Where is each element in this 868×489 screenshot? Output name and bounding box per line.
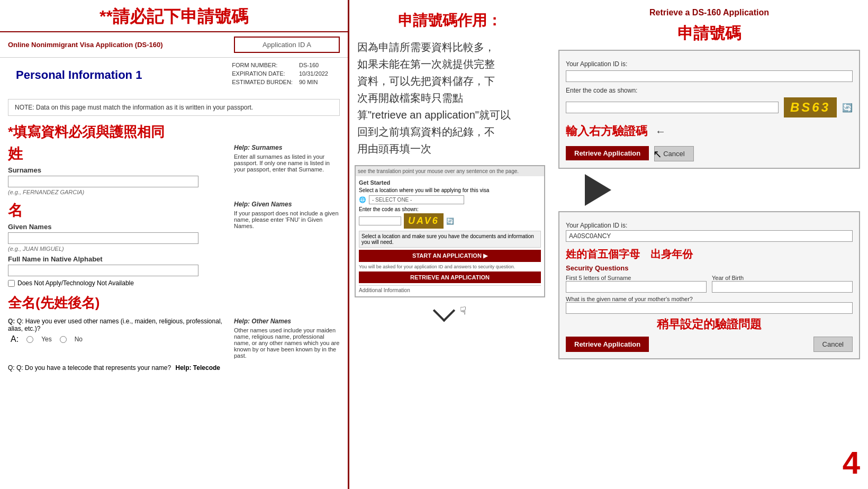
middle-panel: W 申請號碼作用： 因為申請所需要資料比較多， 如果未能在第一次就提供完整 資料… xyxy=(349,0,550,489)
given-names-input[interactable] xyxy=(8,232,198,244)
form-title: Online Nonimmigrant Visa Application (DS… xyxy=(8,41,234,49)
retrieve-form-title: Retrieve a DS-160 Application xyxy=(558,8,860,17)
help-given-title: Help: Given Names xyxy=(234,201,340,208)
surnames-hint: (e.g., FERNANDEZ GARCIA) xyxy=(8,189,229,195)
q1-text: Q: Have you ever used other names (i.e.,… xyxy=(8,318,222,332)
birth-annotation-right: 出身年份 xyxy=(650,247,693,261)
captcha-row: BS63 🔄 xyxy=(566,97,853,117)
retrieve-application-btn-mid[interactable]: RETRIEVE AN APPLICATION xyxy=(359,271,541,283)
q1-label: Q: xyxy=(8,318,15,325)
big-arrow-right xyxy=(585,174,611,206)
no-label: No xyxy=(75,336,83,343)
passport-annotation: *填寫資料必須與護照相同 xyxy=(0,120,348,141)
does-not-apply-label: Does Not Apply/Technology Not Available xyxy=(17,279,134,287)
q2-row: Q: Q: Do you have a telecode that repres… xyxy=(0,361,348,374)
app-id-label: Your Application ID is: xyxy=(566,60,853,68)
help-surnames-text: Enter all surnames as listed in your pas… xyxy=(234,153,340,173)
full-name-label: Full Name in Native Alphabet xyxy=(8,255,229,263)
bottom-annotation-row: 姓的首五個字母 出身年份 xyxy=(566,247,853,261)
refresh-icon-mid[interactable]: 🔄 xyxy=(446,218,454,225)
btn-row-2: Retrieve Application Cancel xyxy=(566,337,853,352)
retrieve-form-2: Your Application ID is: 姓的首五個字母 出身年份 Sec… xyxy=(558,211,860,359)
right-panel: Retrieve a DS-160 Application 申請號碼 Your … xyxy=(550,0,868,489)
get-started-label: Get Started xyxy=(359,179,541,186)
cursor-icon: ↖ xyxy=(653,148,662,160)
captcha-image-right: BS63 xyxy=(784,97,837,117)
select-box[interactable]: - SELECT ONE - xyxy=(369,195,464,204)
retrieve-application-button[interactable]: Retrieve Application xyxy=(566,146,649,160)
retrieve-application-button-2[interactable]: Retrieve Application xyxy=(566,337,649,352)
surname5-label: First 5 letters of Surname xyxy=(566,275,707,281)
left-panel: **請必記下申請號碼 Online Nonimmigrant Visa Appl… xyxy=(0,0,349,489)
given-hint: (e.g., JUAN MIGUEL) xyxy=(8,246,229,252)
start-application-btn[interactable]: START AN APPLICATION ▶ xyxy=(359,250,541,262)
security-row: First 5 letters of Surname Year of Birth xyxy=(566,275,853,293)
captcha-input-right[interactable] xyxy=(566,102,779,113)
birth-year-field: Year of Birth xyxy=(712,275,853,293)
section2-app-id-label: Your Application ID is: xyxy=(566,222,853,229)
code-field: Enter the code as shown: BS63 🔄 xyxy=(566,87,853,117)
app-id-input[interactable] xyxy=(566,70,853,82)
app-id-box: Application ID A xyxy=(234,37,340,53)
surname5-field: First 5 letters of Surname xyxy=(566,275,707,293)
select-location-label: Select a location where you will be appl… xyxy=(359,187,541,193)
right-annotation: 申請號碼 xyxy=(558,23,860,44)
app-id-field: Your Application ID is: xyxy=(566,60,853,84)
security-title: Security Questions xyxy=(566,264,853,272)
retrieve-btn-wrapper: Retrieve Application ↖ xyxy=(566,146,649,161)
full-name-section: Full Name in Native Alphabet Does Not Ap… xyxy=(8,255,229,287)
does-not-apply-checkbox[interactable] xyxy=(8,280,15,287)
code-annotation: 輸入右方驗證碼 xyxy=(566,123,647,139)
birth-year-input[interactable] xyxy=(712,281,853,293)
q2-text: Q: Do you have a telecode that represent… xyxy=(16,364,171,372)
fullname-annotation: 全名(先姓後名) xyxy=(0,291,348,315)
middle-screenshot: see the translation point your mouse ove… xyxy=(355,165,545,297)
surnames-section: 姓 Surnames (e.g., FERNANDEZ GARCIA) Help… xyxy=(0,141,348,198)
enter-code-label: Enter the code as shown: xyxy=(566,87,853,94)
full-name-input[interactable] xyxy=(8,265,198,276)
top-annotation: **請必記下申請號碼 xyxy=(0,0,348,31)
q1-answer-row: A: Yes No xyxy=(8,334,229,344)
mother-field: What is the given name of your mother's … xyxy=(566,296,853,314)
you-will-be-asked: You will be asked for your application I… xyxy=(359,264,541,269)
help-given-text: If your passport does not include a give… xyxy=(234,210,340,229)
birth-year-label: Year of Birth xyxy=(712,275,853,281)
q2-label: Q: xyxy=(8,364,15,372)
additional-info: Additional Information xyxy=(359,285,541,293)
help-surnames-title: Help: Surnames xyxy=(234,144,340,151)
given-annotation: 名 xyxy=(8,201,229,221)
cancel-button-2[interactable]: Cancel xyxy=(813,337,853,352)
form-meta: FORM NUMBER: DS-160 EXPIRATION DATE: 10/… xyxy=(220,60,340,92)
a-label: A: xyxy=(11,334,19,344)
surname-annotation-right: 姓的首五個字母 xyxy=(566,247,640,261)
help-other-names-text: Other names used include your maiden nam… xyxy=(234,327,340,359)
section2-app-id-field: Your Application ID is: xyxy=(566,222,853,242)
number-badge: 4 xyxy=(843,445,860,481)
does-not-apply-row: Does Not Apply/Technology Not Available xyxy=(8,279,229,287)
surname5-input[interactable] xyxy=(566,281,707,293)
refresh-icon-right[interactable]: 🔄 xyxy=(842,103,853,113)
arrow-down-area: ☟ xyxy=(355,300,545,321)
security-annotation: 稍早設定的驗證問題 xyxy=(566,316,853,332)
yes-radio[interactable] xyxy=(26,336,33,343)
select-info-box: Select a location and make sure you have… xyxy=(359,231,541,248)
mother-input[interactable] xyxy=(566,302,853,314)
note-box: NOTE: Data on this page must match the i… xyxy=(8,99,340,116)
arrow-to-captcha: ← xyxy=(655,125,666,138)
captcha-image-mid: UAV6 xyxy=(404,213,444,229)
retrieve-form-1: Your Application ID is: Enter the code a… xyxy=(558,50,860,169)
btn-row-1: Retrieve Application ↖ Cancel xyxy=(566,146,853,161)
screenshot-content: Get Started Select a location where you … xyxy=(356,176,544,296)
no-radio[interactable] xyxy=(60,336,67,343)
captcha-input-mid[interactable] xyxy=(359,216,401,225)
big-arrow-area xyxy=(585,174,860,206)
middle-title: 申請號碼作用： xyxy=(355,5,545,39)
surnames-input[interactable] xyxy=(8,176,198,187)
section-title: Personal Information 1 xyxy=(8,60,150,85)
section2-app-id-input[interactable] xyxy=(566,230,853,242)
select-row: 🌐 - SELECT ONE - xyxy=(359,195,541,204)
mother-label: What is the given name of your mother's … xyxy=(566,296,853,302)
q1-row: Q: Q: Have you ever used other names (i.… xyxy=(8,318,229,332)
yes-label: Yes xyxy=(41,336,52,343)
globe-icon: 🌐 xyxy=(359,196,366,203)
